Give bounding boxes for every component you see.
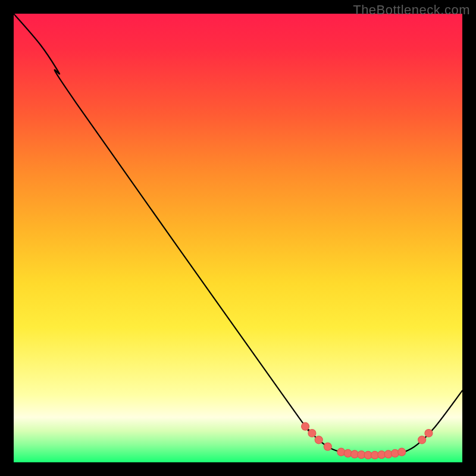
highlight-dot — [308, 429, 316, 437]
highlight-dot — [302, 422, 309, 430]
highlight-dot — [398, 448, 406, 456]
highlight-dot — [425, 429, 433, 437]
highlight-dot — [315, 436, 322, 444]
highlight-dot — [418, 436, 426, 444]
highlight-dots — [302, 422, 433, 459]
highlight-dot — [337, 448, 345, 456]
chart-gradient-area — [14, 14, 462, 462]
highlight-dot — [391, 449, 399, 457]
curve-line — [14, 14, 462, 455]
watermark-text: TheBottleneck.com — [353, 2, 470, 18]
chart-frame: TheBottleneck.com — [0, 0, 476, 476]
chart-svg — [14, 14, 462, 462]
highlight-dot — [324, 443, 331, 450]
